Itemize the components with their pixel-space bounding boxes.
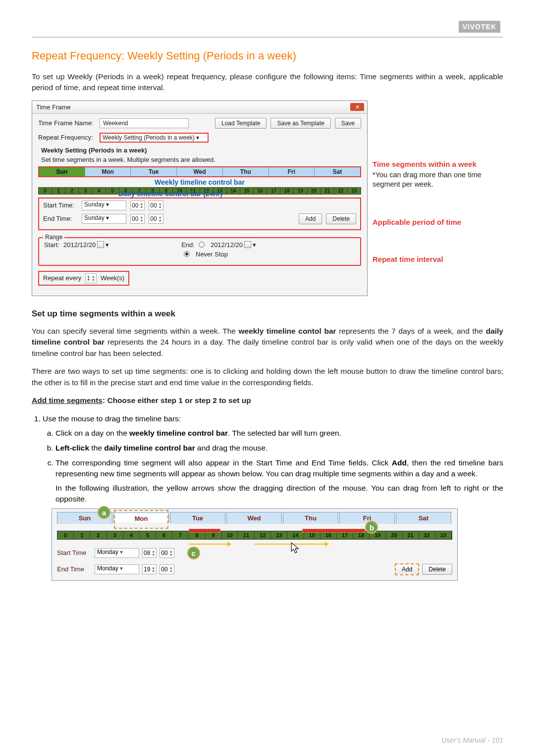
illus-hour-cell[interactable]: 6 [156, 531, 172, 539]
day-tab-tue[interactable]: Tue [131, 167, 177, 176]
illus-hour-cell[interactable]: 11 [238, 531, 255, 539]
name-input[interactable]: Weekend [100, 118, 189, 128]
dialog-title: Time Frame [36, 103, 71, 111]
illus-hour-cell[interactable]: 1 [74, 531, 90, 539]
hour-cell[interactable]: 22 [334, 188, 348, 194]
intro-text: To set up Weekly (Periods in a week) rep… [32, 71, 503, 94]
hour-cell[interactable]: 14 [227, 188, 240, 194]
end-day-select[interactable]: Sunday ▾ [82, 214, 126, 224]
repeat-every-spinner[interactable]: 1▲▼ [85, 273, 97, 283]
illus-end-day-select[interactable]: Monday ▾ [95, 564, 139, 574]
hour-cell[interactable]: 3 [79, 188, 92, 194]
hour-cell[interactable]: 20 [308, 188, 321, 194]
illus-hour-cell[interactable]: 23 [435, 531, 452, 539]
illus-start-min[interactable]: 00▲▼ [160, 548, 174, 558]
illus-hour-cell[interactable]: 10 [222, 531, 238, 539]
illus-day-tabs[interactable]: SunMonTueWedThuFriSat [57, 512, 452, 524]
drag-segment-1 [189, 529, 220, 533]
annot-segments-note: *You can drag more than one time segment… [373, 170, 501, 189]
delete-button[interactable]: Delete [326, 213, 356, 224]
brand-label: VIVOTEK [459, 21, 500, 33]
illus-delete-button[interactable]: Delete [422, 564, 452, 575]
weekly-day-tabs[interactable]: SunMonTueWedThuFriSat [38, 166, 361, 177]
repeat-frequency-select[interactable]: Weekly Setting (Periods in a week) ▾ [100, 133, 209, 143]
illus-start-hour[interactable]: 08▲▼ [142, 548, 157, 558]
end-date-radio[interactable] [199, 242, 205, 248]
day-tab-mon[interactable]: Mon [85, 167, 131, 176]
illus-hour-cell[interactable]: 20 [386, 531, 402, 539]
annot-range-title: Applicable period of time [373, 218, 501, 226]
range-end-date[interactable]: 2012/12/20 ▾ [211, 241, 256, 249]
add-button[interactable]: Add [299, 213, 322, 224]
range-start-date[interactable]: 2012/12/20 ▾ [63, 241, 109, 249]
start-min-value: 00 [150, 202, 157, 209]
illus-end-min[interactable]: 00▲▼ [160, 564, 174, 574]
save-as-template-button[interactable]: Save as Template [270, 118, 330, 129]
never-stop-radio[interactable] [184, 251, 190, 257]
end-min-spinner[interactable]: 00▲▼ [149, 214, 163, 224]
hour-cell[interactable]: 5 [106, 188, 119, 194]
weekly-bar-label: Weekly timeline control bar [38, 178, 361, 186]
load-template-button[interactable]: Load Template [215, 118, 267, 129]
illus-hour-cell[interactable]: 12 [255, 531, 271, 539]
illus-hour-cell[interactable]: 13 [271, 531, 287, 539]
illus-start-min-value: 00 [161, 550, 167, 556]
illus-day-tab-wed[interactable]: Wed [226, 512, 282, 524]
illus-hour-cell[interactable]: 3 [107, 531, 123, 539]
repeat-unit-label: Week(s) [101, 274, 124, 282]
day-tab-fri[interactable]: Fri [269, 167, 315, 176]
hour-cell[interactable]: 2 [65, 188, 79, 194]
illus-day-tab-sat[interactable]: Sat [396, 512, 451, 524]
hour-cell[interactable]: 19 [294, 188, 307, 194]
step1b-post: and drag the mouse. [195, 444, 268, 452]
start-day-select[interactable]: Sunday ▾ [82, 201, 126, 210]
start-day-value: Sunday [84, 201, 105, 208]
dialog-titlebar: Time Frame ✕ [32, 101, 367, 114]
illus-hour-cell[interactable]: 7 [172, 531, 189, 539]
illus-end-hour[interactable]: 19▲▼ [142, 564, 157, 574]
badge-a: a [98, 506, 110, 519]
illus-hour-cell[interactable]: 5 [140, 531, 156, 539]
end-hour-spinner[interactable]: 00▲▼ [130, 214, 145, 224]
illus-hour-cell[interactable]: 21 [403, 531, 419, 539]
range-end-label: End: [181, 241, 195, 249]
day-tab-sun[interactable]: Sun [39, 167, 85, 176]
day-tab-wed[interactable]: Wed [177, 167, 223, 176]
annot-interval-title: Repeat time interval [373, 255, 501, 263]
calendar-icon[interactable] [244, 241, 251, 248]
illus-hour-cell[interactable]: 22 [419, 531, 435, 539]
day-tab-sat[interactable]: Sat [315, 167, 360, 176]
save-button[interactable]: Save [335, 118, 361, 129]
illus-day-tab-tue[interactable]: Tue [170, 512, 225, 524]
hour-cell[interactable]: 23 [348, 188, 361, 194]
hour-cell[interactable]: 15 [240, 188, 254, 194]
start-hour-spinner[interactable]: 00▲▼ [130, 201, 145, 210]
illus-day-tab-mon[interactable]: Mon [113, 512, 169, 522]
illus-hour-cell[interactable]: 4 [123, 531, 140, 539]
hour-cell[interactable]: 4 [93, 188, 106, 194]
illus-day-tab-thu[interactable]: Thu [283, 512, 338, 524]
hour-cell[interactable]: 21 [321, 188, 334, 194]
illus-hour-cell[interactable]: 2 [90, 531, 107, 539]
illus-hour-cell[interactable]: 14 [287, 531, 304, 539]
day-tab-thu[interactable]: Thu [223, 167, 269, 176]
hour-cell[interactable]: 1 [52, 188, 65, 194]
hour-cell[interactable]: 17 [267, 188, 280, 194]
start-min-spinner[interactable]: 00▲▼ [149, 201, 163, 210]
illus-start-day-select[interactable]: Monday ▾ [95, 548, 139, 558]
illus-hour-cell[interactable]: 0 [57, 531, 74, 539]
calendar-icon[interactable] [97, 241, 104, 248]
close-icon[interactable]: ✕ [350, 103, 364, 111]
cursor-icon [290, 542, 301, 554]
hour-cell[interactable]: 18 [280, 188, 294, 194]
annot-segments-title: Time segments within a week [373, 160, 501, 168]
badge-b: b [365, 521, 378, 534]
illus-end-label: End Time [57, 565, 92, 573]
illus-end-day-value: Monday [97, 565, 118, 572]
illus-hour-bar[interactable]: 01234567891011121314151617181920212223 [57, 531, 452, 540]
hour-cell[interactable]: 0 [39, 188, 52, 194]
hour-cell[interactable]: 16 [254, 188, 267, 194]
illus-add-button[interactable]: Add [395, 563, 419, 575]
step1a-pre: Click on a day on the [55, 429, 129, 437]
illus-start-hour-value: 08 [144, 550, 150, 556]
